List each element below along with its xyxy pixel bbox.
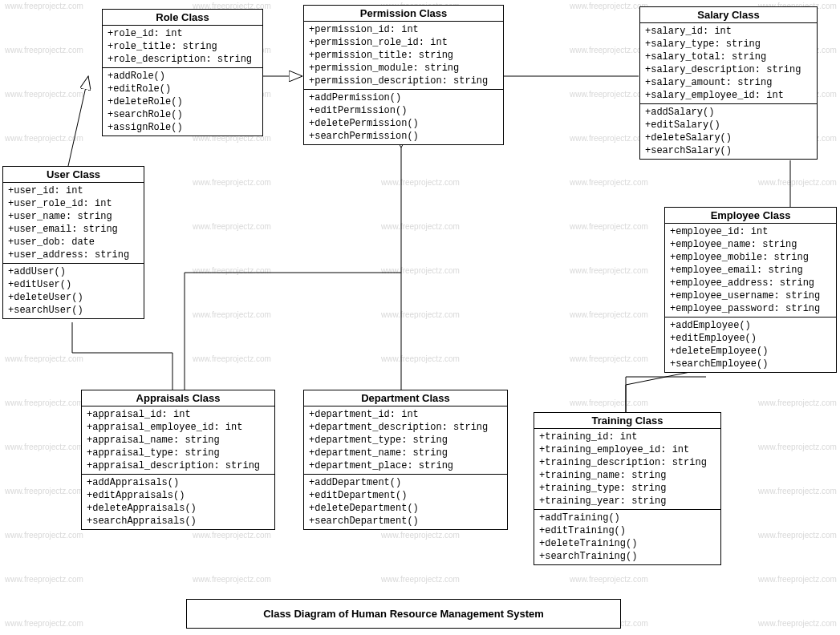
class-member: +salary_type: string <box>645 38 812 51</box>
class-training: Training Class +training_id: int+trainin… <box>534 412 721 565</box>
class-training-attrs: +training_id: int+training_employee_id: … <box>534 429 720 510</box>
class-member: +searchRole() <box>108 108 258 121</box>
class-member: +employee_password: string <box>670 302 831 315</box>
class-member: +searchEmployee() <box>670 358 831 370</box>
class-salary-methods: +addSalary()+editSalary()+deleteSalary()… <box>640 104 817 159</box>
class-member: +role_title: string <box>108 40 258 53</box>
class-member: +role_description: string <box>108 53 258 66</box>
diagram-caption: Class Diagram of Human Resource Manageme… <box>186 599 621 629</box>
class-role: Role Class +role_id: int+role_title: str… <box>102 9 263 136</box>
class-member: +employee_email: string <box>670 264 831 277</box>
class-user-attrs: +user_id: int+user_role_id: int+user_nam… <box>3 183 144 264</box>
class-permission-methods: +addPermission()+editPermission()+delete… <box>304 90 503 144</box>
class-member: +searchSalary() <box>645 144 812 157</box>
class-member: +editEmployee() <box>670 332 831 345</box>
class-department: Department Class +department_id: int+dep… <box>303 390 508 530</box>
class-member: +addUser() <box>8 265 139 278</box>
class-member: +editUser() <box>8 278 139 291</box>
class-member: +user_name: string <box>8 210 139 223</box>
class-member: +editAppraisals() <box>87 489 270 502</box>
class-member: +deleteTraining() <box>539 537 716 550</box>
class-member: +addDepartment() <box>309 476 502 489</box>
class-permission-title: Permission Class <box>304 6 503 22</box>
class-member: +user_address: string <box>8 249 139 261</box>
class-member: +addAppraisals() <box>87 476 270 489</box>
class-member: +employee_id: int <box>670 225 831 238</box>
class-member: +appraisal_id: int <box>87 408 270 421</box>
class-member: +training_description: string <box>539 456 716 469</box>
class-role-attrs: +role_id: int+role_title: string+role_de… <box>103 26 262 68</box>
class-member: +assignRole() <box>108 121 258 134</box>
class-member: +deleteDepartment() <box>309 502 502 515</box>
class-member: +editDepartment() <box>309 489 502 502</box>
class-member: +deleteUser() <box>8 291 139 304</box>
class-member: +salary_amount: string <box>645 76 812 89</box>
class-member: +role_id: int <box>108 27 258 40</box>
class-role-methods: +addRole()+editRole()+deleteRole()+searc… <box>103 68 262 135</box>
class-member: +training_year: string <box>539 495 716 508</box>
class-appraisals-attrs: +appraisal_id: int+appraisal_employee_id… <box>82 406 274 475</box>
class-member: +editRole() <box>108 83 258 95</box>
class-member: +user_id: int <box>8 184 139 197</box>
class-member: +deleteSalary() <box>645 131 812 144</box>
class-member: +permission_title: string <box>309 49 498 62</box>
class-member: +editPermission() <box>309 104 498 117</box>
class-member: +user_role_id: int <box>8 197 139 210</box>
class-training-title: Training Class <box>534 413 720 429</box>
class-member: +salary_total: string <box>645 51 812 63</box>
diagram-canvas: Role Class +role_id: int+role_title: str… <box>0 0 840 635</box>
class-salary-title: Salary Class <box>640 7 817 23</box>
class-member: +searchUser() <box>8 304 139 317</box>
class-member: +employee_name: string <box>670 238 831 251</box>
class-member: +training_id: int <box>539 431 716 443</box>
class-member: +user_dob: date <box>8 236 139 249</box>
class-member: +appraisal_employee_id: int <box>87 421 270 434</box>
class-member: +salary_id: int <box>645 25 812 38</box>
class-member: +salary_employee_id: int <box>645 89 812 102</box>
class-member: +training_type: string <box>539 482 716 495</box>
class-employee-attrs: +employee_id: int+employee_name: string+… <box>665 224 836 318</box>
class-member: +permission_description: string <box>309 75 498 87</box>
class-member: +salary_description: string <box>645 63 812 76</box>
class-member: +department_description: string <box>309 421 502 434</box>
class-member: +department_name: string <box>309 447 502 459</box>
class-member: +department_place: string <box>309 459 502 472</box>
class-member: +deleteAppraisals() <box>87 502 270 515</box>
class-member: +searchAppraisals() <box>87 515 270 528</box>
class-permission-attrs: +permission_id: int+permission_role_id: … <box>304 22 503 90</box>
class-member: +training_employee_id: int <box>539 443 716 456</box>
class-department-title: Department Class <box>304 390 507 406</box>
class-member: +addTraining() <box>539 512 716 524</box>
class-member: +appraisal_description: string <box>87 459 270 472</box>
class-training-methods: +addTraining()+editTraining()+deleteTrai… <box>534 510 720 564</box>
class-member: +department_id: int <box>309 408 502 421</box>
class-appraisals: Appraisals Class +appraisal_id: int+appr… <box>81 390 275 530</box>
class-member: +appraisal_type: string <box>87 447 270 459</box>
class-member: +searchPermission() <box>309 130 498 143</box>
class-user-methods: +addUser()+editUser()+deleteUser()+searc… <box>3 264 144 318</box>
class-member: +appraisal_name: string <box>87 434 270 447</box>
class-member: +addSalary() <box>645 106 812 119</box>
class-appraisals-methods: +addAppraisals()+editAppraisals()+delete… <box>82 475 274 529</box>
class-member: +deleteEmployee() <box>670 345 831 358</box>
class-department-methods: +addDepartment()+editDepartment()+delete… <box>304 475 507 529</box>
class-appraisals-title: Appraisals Class <box>82 390 274 406</box>
class-member: +addRole() <box>108 70 258 83</box>
class-salary: Salary Class +salary_id: int+salary_type… <box>639 6 818 160</box>
class-member: +employee_mobile: string <box>670 251 831 264</box>
class-permission: Permission Class +permission_id: int+per… <box>303 5 504 145</box>
class-employee-title: Employee Class <box>665 208 836 224</box>
class-member: +deleteRole() <box>108 95 258 108</box>
class-user: User Class +user_id: int+user_role_id: i… <box>2 166 144 319</box>
class-member: +editSalary() <box>645 119 812 131</box>
class-member: +user_email: string <box>8 223 139 236</box>
class-member: +employee_username: string <box>670 289 831 302</box>
class-department-attrs: +department_id: int+department_descripti… <box>304 406 507 475</box>
class-member: +permission_id: int <box>309 23 498 36</box>
class-employee: Employee Class +employee_id: int+employe… <box>664 207 837 373</box>
class-member: +employee_address: string <box>670 277 831 289</box>
class-member: +searchTraining() <box>539 550 716 563</box>
class-member: +department_type: string <box>309 434 502 447</box>
class-member: +addEmployee() <box>670 319 831 332</box>
class-user-title: User Class <box>3 167 144 183</box>
